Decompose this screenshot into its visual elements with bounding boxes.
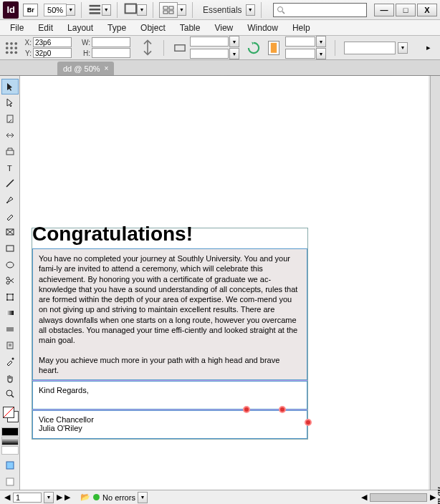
scale-x-dropdown[interactable]: ▼ [229, 36, 239, 47]
menu-window[interactable]: Window [240, 23, 285, 33]
zoom-dropdown[interactable]: ▼ [66, 4, 75, 16]
signature-frame[interactable]: Vice Chancellor Julia O'Riley [32, 410, 307, 439]
gap-tool[interactable] [1, 127, 19, 143]
rotate-icon[interactable] [247, 41, 261, 55]
menu-expand-icon[interactable]: ▸ [421, 41, 436, 55]
arrange-docs-dropdown[interactable]: ▼ [177, 4, 186, 16]
titlebar: Id Br 50% ▼ ▼ ▼ ▼ Essentials ▼ — □ X [0, 0, 440, 20]
rectangle-frame-tool[interactable] [1, 224, 19, 240]
menu-type[interactable]: Type [100, 23, 133, 33]
gradient-swatch-tool[interactable] [1, 306, 19, 321]
line-tool[interactable] [1, 176, 19, 192]
hand-tool[interactable] [1, 370, 19, 386]
rectangle-tool[interactable] [1, 241, 19, 256]
zoom-tool[interactable] [1, 387, 19, 402]
menubar: File Edit Layout Type Object Table View … [0, 20, 440, 36]
workspace-label[interactable]: Essentials [203, 5, 242, 15]
page-nav-next[interactable]: ▶ ▶ [57, 493, 70, 502]
rotation-field[interactable] [285, 37, 315, 47]
view-mode-preview[interactable] [1, 474, 19, 490]
body-text-frame[interactable]: You have no completed your journey at So… [32, 248, 307, 380]
regards-frame[interactable]: Kind Regards, [32, 381, 307, 410]
minimize-button[interactable]: — [374, 4, 394, 16]
free-transform-tool[interactable] [1, 289, 19, 305]
bridge-badge[interactable]: Br [23, 4, 38, 16]
close-tab-icon[interactable]: × [105, 64, 109, 72]
document-page[interactable]: Congratulations! You have no completed y… [32, 228, 308, 440]
svg-rect-0 [90, 5, 100, 7]
shear-dropdown[interactable]: ▼ [316, 48, 326, 59]
svg-rect-19 [175, 44, 185, 51]
control-bar: X: Y: W: H: ▼ ▼ ▼ ▼ ▼ ▸ [0, 36, 440, 60]
right-panel-dock[interactable] [430, 76, 440, 490]
search-input[interactable] [273, 3, 367, 17]
apply-color-button[interactable] [1, 427, 19, 436]
thread-out-port-3[interactable] [305, 419, 312, 426]
workspace-dropdown[interactable]: ▼ [246, 4, 255, 16]
page-tool[interactable] [1, 111, 19, 127]
page-nav-prev[interactable]: ◀ [4, 493, 10, 502]
scale-x-icon[interactable] [173, 41, 187, 55]
gradient-feather-tool[interactable] [1, 321, 19, 337]
style-dropdown-btn[interactable]: ▼ [398, 42, 408, 54]
menu-view[interactable]: View [207, 23, 240, 33]
scale-y-field[interactable] [190, 49, 229, 59]
h-label: H: [80, 49, 90, 57]
menu-help[interactable]: Help [285, 23, 317, 33]
svg-point-18 [14, 51, 17, 54]
menu-edit[interactable]: Edit [31, 23, 60, 33]
svg-point-10 [6, 42, 9, 44]
note-tool[interactable] [1, 338, 19, 354]
pen-tool[interactable] [1, 192, 19, 208]
ellipse-tool[interactable] [1, 257, 19, 273]
page-dropdown[interactable]: ▼ [44, 492, 54, 503]
open-icon[interactable]: 📂 [80, 493, 90, 502]
scale-y-dropdown[interactable]: ▼ [229, 48, 239, 59]
eyedropper-tool[interactable] [1, 354, 19, 369]
arrange-docs-button[interactable] [159, 2, 178, 18]
pencil-tool[interactable] [1, 208, 19, 224]
selection-tool[interactable] [1, 79, 19, 94]
menu-layout[interactable]: Layout [60, 23, 100, 33]
x-field[interactable] [33, 37, 72, 47]
horizontal-scrollbar[interactable] [370, 493, 427, 502]
style-dropdown[interactable] [344, 42, 396, 54]
maximize-button[interactable]: □ [396, 4, 416, 16]
scale-x-field[interactable] [190, 37, 229, 47]
type-tool[interactable]: T [1, 160, 19, 175]
menu-table[interactable]: Table [173, 23, 208, 33]
y-field[interactable] [33, 48, 72, 58]
direct-selection-tool[interactable] [1, 95, 19, 111]
fill-swatch[interactable] [3, 407, 14, 418]
preflight-dropdown[interactable]: ▼ [138, 492, 148, 503]
content-collector-tool[interactable] [1, 143, 19, 159]
fill-stroke-swatches[interactable] [1, 405, 19, 424]
document-tab[interactable]: dd @ 50% × [57, 62, 114, 75]
rotation-dropdown[interactable]: ▼ [316, 36, 326, 47]
shear-field[interactable] [285, 49, 315, 59]
screen-mode-icon[interactable] [123, 2, 138, 18]
menu-object[interactable]: Object [133, 23, 173, 33]
zoom-field[interactable]: 50% [44, 4, 67, 16]
hscroll-left[interactable]: ◀ [361, 493, 367, 502]
scissors-tool[interactable] [1, 273, 19, 289]
h-field[interactable] [92, 48, 130, 58]
doc-heading[interactable]: Congratulations! [32, 223, 307, 248]
page-number-field[interactable] [13, 493, 42, 503]
constrain-icon[interactable] [140, 41, 155, 55]
close-button[interactable]: X [417, 4, 437, 16]
canvas[interactable]: Congratulations! You have no completed y… [20, 76, 429, 490]
menu-file[interactable]: File [3, 23, 31, 33]
view-mode-normal[interactable] [1, 458, 19, 474]
preflight-status-text[interactable]: No errors [102, 493, 135, 502]
w-label: W: [80, 39, 90, 47]
view-options-icon[interactable] [87, 2, 102, 18]
reference-point-icon[interactable] [4, 41, 19, 55]
apply-gradient-button[interactable] [1, 437, 19, 445]
screen-mode-dropdown[interactable]: ▼ [137, 4, 146, 16]
apply-none-button[interactable] [1, 446, 19, 455]
view-options-dropdown[interactable]: ▼ [102, 4, 111, 16]
svg-point-8 [277, 6, 282, 11]
object-style-icon[interactable] [268, 41, 279, 55]
w-field[interactable] [92, 37, 130, 47]
